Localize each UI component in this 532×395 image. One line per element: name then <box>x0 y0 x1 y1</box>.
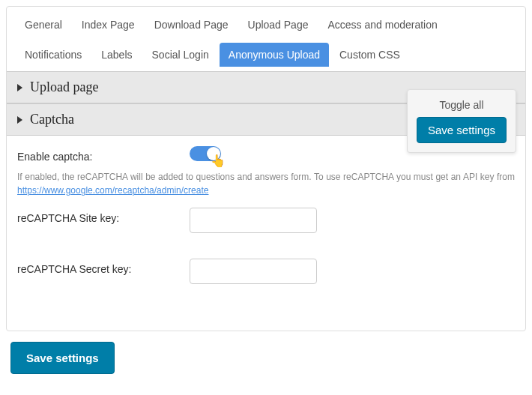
save-settings-button-top[interactable]: Save settings <box>417 117 507 143</box>
toggle-all-link[interactable]: Toggle all <box>417 96 507 117</box>
chevron-right-icon <box>17 116 22 124</box>
site-key-input[interactable] <box>190 208 317 233</box>
tab-social-login[interactable]: Social Login <box>143 43 218 67</box>
toggle-knob <box>207 147 220 160</box>
tab-anonymous-upload[interactable]: Anonymous Upload <box>220 43 329 67</box>
captcha-help-text: If enabled, the reCAPTCHA will be added … <box>17 170 515 197</box>
floating-actions: Toggle all Save settings <box>407 89 516 153</box>
tab-download-page[interactable]: Download Page <box>145 13 238 37</box>
site-key-label: reCAPTCHA Site key: <box>17 208 190 224</box>
tab-access-moderation[interactable]: Access and moderation <box>318 13 446 37</box>
chevron-right-icon <box>17 84 22 91</box>
tab-general[interactable]: General <box>16 13 71 37</box>
enable-captcha-toggle[interactable] <box>190 146 221 161</box>
enable-captcha-label: Enable captcha: <box>17 146 190 163</box>
tabs-nav: General Index Page Download Page Upload … <box>7 7 525 71</box>
recaptcha-api-link[interactable]: https://www.google.com/recaptcha/admin/c… <box>17 185 208 196</box>
section-title: Upload page <box>30 79 98 95</box>
captcha-form: Enable captcha: 👆 If enabled, the reCAPT… <box>7 136 525 284</box>
tab-labels[interactable]: Labels <box>92 43 141 67</box>
bottom-actions: Save settings <box>6 331 526 379</box>
tab-custom-css[interactable]: Custom CSS <box>330 43 409 67</box>
secret-key-label: reCAPTCHA Secret key: <box>17 259 190 275</box>
tab-index-page[interactable]: Index Page <box>73 13 144 37</box>
save-settings-button-bottom[interactable]: Save settings <box>10 342 115 374</box>
settings-panel: General Index Page Download Page Upload … <box>6 6 526 331</box>
tab-notifications[interactable]: Notifications <box>16 43 91 67</box>
tab-upload-page[interactable]: Upload Page <box>239 13 318 37</box>
section-title: Captcha <box>30 112 74 127</box>
secret-key-input[interactable] <box>190 259 317 284</box>
